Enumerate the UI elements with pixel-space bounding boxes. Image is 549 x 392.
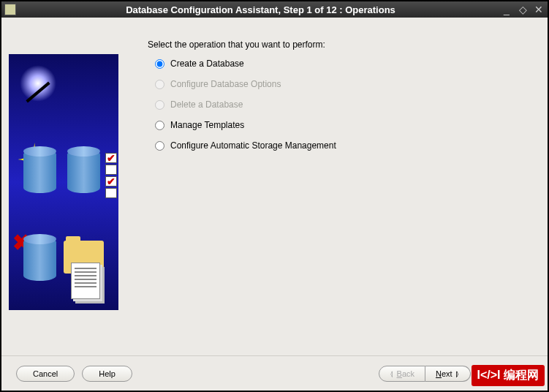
radio-input-configure (155, 80, 164, 89)
button-bar: Cancel Help ⦉ Back Next ⦊ Finish (1, 355, 548, 391)
radio-configure-asm[interactable]: Configure Automatic Storage Management (155, 140, 540, 151)
content-area: ✦ ✔ ✔ ✖ Select the operation that you wa… (1, 18, 548, 355)
radio-label-configure: Configure Database Options (170, 79, 281, 89)
radio-input-create[interactable] (155, 59, 164, 69)
cancel-button[interactable]: Cancel (16, 366, 75, 382)
radio-label-delete: Delete a Database (170, 99, 243, 110)
window-title: Database Configuration Assistant, Step 1… (20, 4, 501, 15)
radio-delete-database: Delete a Database (155, 99, 540, 110)
back-button: ⦉ Back (379, 366, 425, 382)
radio-label-asm: Configure Automatic Storage Management (170, 140, 336, 151)
dbca-window: Database Configuration Assistant, Step 1… (0, 0, 549, 392)
app-icon (4, 4, 16, 15)
wizard-illustration: ✦ ✔ ✔ ✖ (9, 54, 118, 310)
operation-prompt: Select the operation that you want to pe… (148, 39, 540, 50)
nav-button-group: ⦉ Back Next ⦊ (379, 366, 471, 382)
maximize-icon[interactable]: ◇ (517, 4, 529, 15)
radio-label-create: Create a Database (170, 59, 244, 69)
operations-radio-group: Create a Database Configure Database Opt… (148, 59, 540, 151)
window-controls: _ ◇ ✕ (501, 4, 545, 15)
radio-input-delete (155, 100, 164, 110)
titlebar: Database Configuration Assistant, Step 1… (1, 1, 548, 18)
help-button[interactable]: Help (82, 366, 132, 382)
main-panel: Select the operation that you want to pe… (148, 39, 540, 348)
next-button[interactable]: Next ⦊ (425, 366, 471, 382)
radio-manage-templates[interactable]: Manage Templates (155, 120, 540, 130)
radio-configure-options: Configure Database Options (155, 79, 540, 89)
close-icon[interactable]: ✕ (533, 4, 545, 15)
radio-input-templates[interactable] (155, 121, 164, 130)
radio-label-templates: Manage Templates (170, 120, 244, 130)
radio-create-database[interactable]: Create a Database (155, 59, 540, 69)
radio-input-asm[interactable] (155, 141, 164, 151)
back-arrow-icon: ⦉ (390, 369, 394, 378)
watermark-badge: I</>I 编程网 (472, 365, 545, 386)
minimize-icon[interactable]: _ (501, 4, 512, 15)
next-arrow-icon: ⦊ (455, 369, 460, 378)
